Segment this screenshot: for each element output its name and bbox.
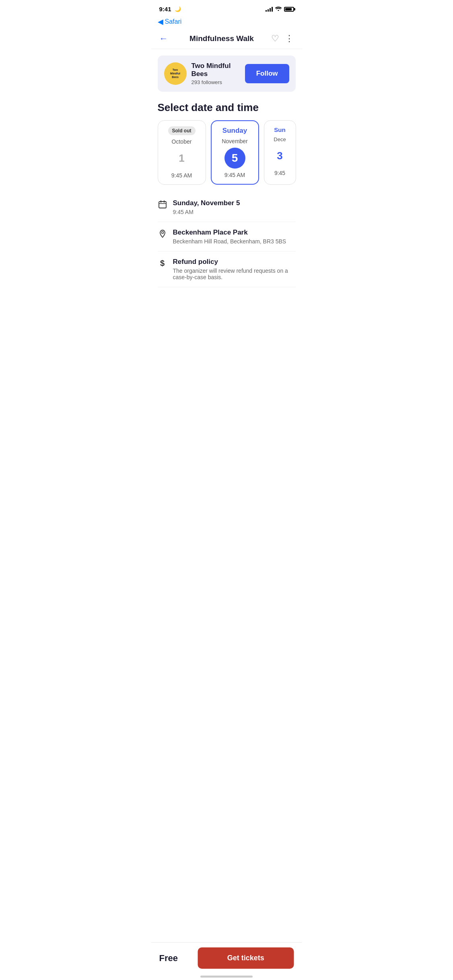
location-name: Beckenham Place Park bbox=[173, 229, 286, 237]
calendar-icon bbox=[158, 200, 167, 211]
sold-out-badge: Sold out bbox=[168, 126, 196, 135]
card-time-november: 9:45 AM bbox=[224, 172, 245, 178]
app-header: ← Mindfulness Walk ♡ ⋮ bbox=[151, 29, 302, 49]
header-actions: ♡ ⋮ bbox=[270, 33, 294, 44]
organizer-left: TwoMindfulBees Two MindfulBees 293 follo… bbox=[164, 62, 231, 85]
status-icons bbox=[266, 6, 294, 12]
card-month-december: Dece bbox=[274, 136, 286, 142]
refund-detail-content: Refund policy The organizer will review … bbox=[173, 258, 296, 280]
back-button[interactable]: ← bbox=[159, 33, 174, 44]
card-day-november: Sunday bbox=[222, 127, 247, 135]
organizer-logo: TwoMindfulBees bbox=[164, 62, 187, 85]
section-title: Select date and time bbox=[151, 92, 302, 120]
status-time: 9:41 bbox=[159, 6, 171, 12]
card-date-5: 5 bbox=[224, 148, 245, 169]
event-details: Sunday, November 5 9:45 AM Beckenham Pla… bbox=[151, 185, 302, 287]
battery-icon bbox=[284, 7, 294, 12]
organizer-name: Two MindfulBees bbox=[191, 62, 231, 78]
date-detail-content: Sunday, November 5 9:45 AM bbox=[173, 199, 240, 215]
safari-nav-bar: ◀ Safari bbox=[151, 16, 302, 29]
favorite-button[interactable]: ♡ bbox=[271, 33, 279, 44]
wifi-icon bbox=[275, 6, 282, 12]
date-cards-container: Sold out October 1 9:45 AM Sunday Novemb… bbox=[151, 120, 302, 185]
follow-button[interactable]: Follow bbox=[245, 64, 289, 83]
location-detail-row: Beckenham Place Park Beckenham Hill Road… bbox=[158, 222, 296, 251]
svg-rect-0 bbox=[159, 202, 166, 208]
page-title: Mindfulness Walk bbox=[174, 34, 270, 43]
date-card-october[interactable]: Sold out October 1 9:45 AM bbox=[158, 120, 206, 185]
more-options-button[interactable]: ⋮ bbox=[285, 33, 294, 44]
refund-dollar-icon: $ bbox=[158, 259, 167, 268]
card-month-november: November bbox=[222, 138, 248, 144]
organizer-followers: 293 followers bbox=[191, 79, 231, 85]
card-day-december: Sun bbox=[274, 126, 285, 133]
svg-point-4 bbox=[161, 231, 163, 233]
signal-bars-icon bbox=[266, 7, 273, 12]
card-date-3: 3 bbox=[270, 146, 290, 167]
date-card-december[interactable]: Sun Dece 3 9:45 bbox=[264, 120, 296, 185]
card-date-1: 1 bbox=[171, 148, 192, 169]
date-detail-row: Sunday, November 5 9:45 AM bbox=[158, 193, 296, 222]
event-date-main: Sunday, November 5 bbox=[173, 199, 240, 207]
date-card-november[interactable]: Sunday November 5 9:45 AM bbox=[211, 120, 259, 185]
card-month-october: October bbox=[172, 138, 192, 145]
location-pin-icon bbox=[158, 229, 167, 241]
safari-back-button[interactable]: ◀ Safari bbox=[158, 17, 182, 26]
moon-icon: 🌙 bbox=[175, 6, 181, 12]
event-date-sub: 9:45 AM bbox=[173, 209, 240, 215]
organizer-section: TwoMindfulBees Two MindfulBees 293 follo… bbox=[158, 56, 296, 92]
safari-back-label: Safari bbox=[165, 18, 182, 25]
location-address: Beckenham Hill Road, Beckenham, BR3 5BS bbox=[173, 238, 286, 245]
card-time-december: 9:45 bbox=[274, 170, 285, 176]
refund-detail-row: $ Refund policy The organizer will revie… bbox=[158, 251, 296, 287]
card-time-october: 9:45 AM bbox=[171, 172, 192, 179]
refund-title: Refund policy bbox=[173, 258, 296, 266]
location-detail-content: Beckenham Place Park Beckenham Hill Road… bbox=[173, 229, 286, 245]
safari-back-arrow-icon: ◀ bbox=[158, 17, 163, 26]
status-bar: 9:41 🌙 bbox=[151, 0, 302, 16]
organizer-info: Two MindfulBees 293 followers bbox=[191, 62, 231, 85]
refund-description: The organizer will review refund request… bbox=[173, 268, 296, 280]
